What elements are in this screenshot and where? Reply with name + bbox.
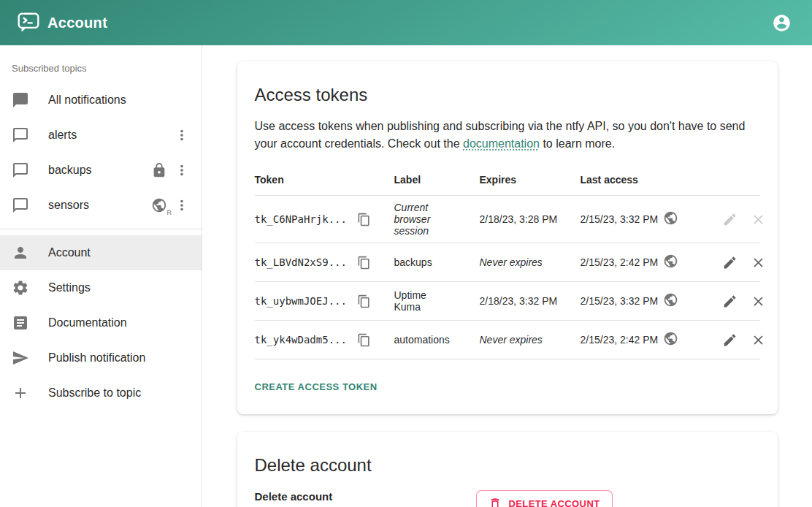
sidebar-item-label: Publish notification [48, 351, 191, 365]
sidebar-item-settings[interactable]: Settings [0, 270, 202, 305]
delete-account-title: Delete account [255, 455, 760, 476]
globe-icon [663, 254, 678, 271]
token-row: tk_LBVdN2xS9... backups Never expires 2/… [255, 243, 760, 282]
column-header-last-access: Last access [581, 164, 721, 195]
create-access-token-button[interactable]: CREATE ACCESS TOKEN [255, 377, 378, 397]
sidebar-item-label: All notifications [48, 94, 191, 107]
chat-bubble-outline-icon [12, 161, 29, 179]
sidebar-item-all-notifications[interactable]: All notifications [0, 83, 202, 118]
sidebar-item-label: backups [48, 164, 151, 177]
token-row: tk_C6NPaHrjk... Current browser session … [255, 196, 760, 243]
tokens-table-header: Token Label Expires Last access [255, 164, 760, 196]
delete-account-card: Delete account Delete account Permanentl… [237, 432, 778, 507]
close-x-icon [749, 210, 767, 229]
token-label: Uptime Kuma [394, 289, 443, 313]
access-tokens-title: Access tokens [255, 85, 760, 105]
topic-menu-icon[interactable] [172, 126, 191, 145]
column-header-expires: Expires [480, 164, 581, 195]
sidebar-item-documentation[interactable]: Documentation [0, 305, 202, 340]
person-icon [12, 244, 29, 262]
sidebar-item-label: Documentation [48, 316, 191, 329]
copy-icon[interactable] [356, 211, 372, 228]
delete-account-button[interactable]: DELETE ACCOUNT [476, 490, 613, 507]
trash-icon [489, 497, 502, 507]
token-row: tk_uybwmJOEJ... Uptime Kuma 2/18/23, 3:3… [255, 282, 760, 321]
plus-icon [12, 384, 29, 402]
sidebar-item-backups[interactable]: backups [0, 153, 202, 188]
app-header: Account [0, 0, 812, 45]
column-header-label: Label [394, 164, 480, 195]
access-tokens-description: Use access tokens when publishing and su… [255, 118, 760, 153]
token-expires: 2/18/23, 3:32 PM [480, 289, 581, 313]
close-x-icon[interactable] [749, 292, 767, 310]
ntfy-logo-icon [18, 12, 39, 34]
delete-account-button-label: DELETE ACCOUNT [509, 498, 600, 507]
access-tokens-card: Access tokens Use access tokens when pub… [237, 61, 778, 414]
pencil-icon [721, 210, 739, 229]
description-text: to learn more. [540, 137, 615, 150]
account-circle-icon[interactable] [767, 9, 796, 37]
token-value: tk_C6NPaHrjk... [255, 213, 347, 225]
documentation-link[interactable]: documentation [463, 137, 540, 150]
token-expires: Never expires [480, 328, 581, 351]
sidebar-item-label: sensors [48, 199, 151, 212]
sidebar-item-sensors[interactable]: sensors R [0, 188, 202, 223]
copy-icon[interactable] [356, 254, 372, 271]
sidebar-item-label: Subscribe to topic [48, 386, 191, 400]
pencil-icon[interactable] [721, 254, 739, 272]
column-header-token: Token [255, 164, 394, 195]
token-row: tk_yk4wDadm5... automations Never expire… [255, 321, 760, 359]
token-last-access: 2/15/23, 3:32 PM [581, 295, 659, 307]
chat-bubble-outline-icon [12, 126, 29, 144]
chat-bubble-filled-icon [12, 91, 29, 109]
token-last-access: 2/15/23, 2:42 PM [581, 334, 659, 346]
topic-menu-icon[interactable] [172, 196, 191, 215]
sidebar-divider [0, 229, 202, 229]
token-expires: Never expires [480, 251, 581, 274]
sidebar-item-label: alerts [48, 129, 172, 142]
chat-bubble-outline-icon [12, 197, 29, 214]
token-last-access: 2/15/23, 2:42 PM [581, 256, 659, 268]
token-label: backups [394, 251, 480, 274]
sidebar-item-publish-notification[interactable]: Publish notification [0, 340, 202, 376]
token-expires: 2/18/23, 3:28 PM [480, 207, 581, 231]
sidebar-item-label: Settings [48, 281, 191, 294]
copy-icon[interactable] [356, 293, 372, 310]
tokens-table: Token Label Expires Last access tk_C6NPa… [255, 164, 760, 359]
sidebar-item-alerts[interactable]: alerts [0, 118, 202, 153]
close-x-icon[interactable] [749, 331, 767, 349]
sidebar-item-account[interactable]: Account [0, 235, 202, 270]
token-value: tk_yk4wDadm5... [255, 334, 347, 346]
send-icon [12, 349, 29, 367]
token-last-access: 2/15/23, 3:32 PM [581, 213, 659, 225]
article-icon [12, 314, 29, 332]
delete-account-row-title: Delete account [255, 490, 476, 503]
page-title: Account [47, 15, 107, 31]
sidebar-item-subscribe-to-topic[interactable]: Subscribe to topic [0, 376, 202, 411]
pencil-icon[interactable] [721, 331, 739, 349]
pencil-icon[interactable] [721, 292, 739, 310]
globe-reserved-icon: R [151, 197, 167, 213]
token-label: Current browser session [394, 202, 443, 237]
topic-menu-icon[interactable] [172, 161, 191, 180]
sidebar: Subscribed topics All notifications aler… [0, 45, 202, 507]
ntfy-app: Account Subscribed topics All notificati… [0, 0, 812, 507]
copy-icon[interactable] [356, 332, 372, 348]
subscribed-topics-subheader: Subscribed topics [0, 53, 202, 83]
gear-icon [12, 279, 29, 297]
token-value: tk_LBVdN2xS9... [255, 256, 347, 268]
reserved-marker: R [167, 209, 172, 216]
globe-icon [663, 210, 678, 228]
token-label: automations [394, 328, 480, 351]
globe-icon [663, 292, 678, 310]
lock-icon [151, 162, 167, 178]
sidebar-item-label: Account [48, 246, 191, 259]
main-content: Access tokens Use access tokens when pub… [202, 45, 812, 507]
token-value: tk_uybwmJOEJ... [255, 295, 347, 307]
globe-icon [663, 331, 678, 348]
close-x-icon[interactable] [749, 254, 767, 272]
